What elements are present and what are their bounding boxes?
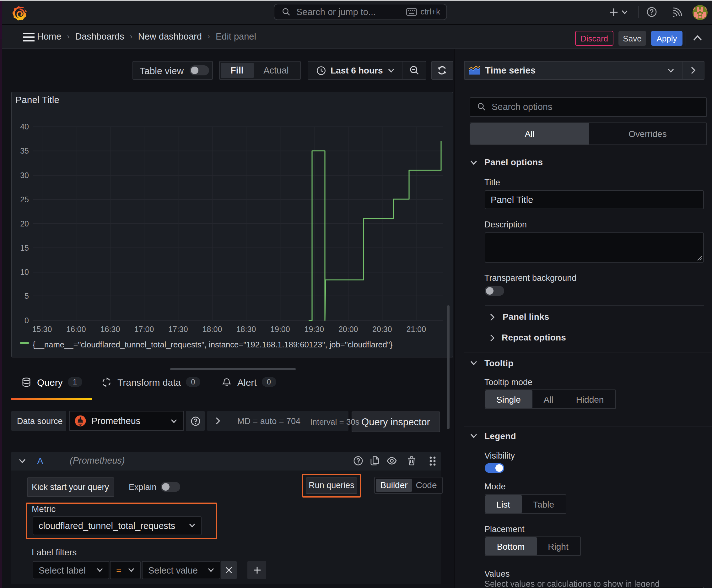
svg-text:16:30: 16:30 bbox=[101, 324, 120, 333]
svg-text:17:00: 17:00 bbox=[134, 324, 154, 333]
svg-text:16:00: 16:00 bbox=[66, 324, 86, 333]
svg-text:18:30: 18:30 bbox=[236, 324, 256, 333]
svg-text:18:00: 18:00 bbox=[202, 324, 222, 333]
svg-text:21:00: 21:00 bbox=[407, 324, 426, 333]
svg-text:40: 40 bbox=[20, 122, 29, 131]
svg-text:15:30: 15:30 bbox=[33, 324, 52, 333]
svg-text:20:30: 20:30 bbox=[372, 324, 392, 333]
svg-text:30: 30 bbox=[20, 171, 29, 180]
svg-text:5: 5 bbox=[24, 291, 29, 300]
svg-text:20:00: 20:00 bbox=[339, 324, 358, 333]
svg-text:19:00: 19:00 bbox=[270, 324, 290, 333]
svg-text:35: 35 bbox=[20, 146, 29, 155]
svg-text:17:30: 17:30 bbox=[168, 324, 188, 333]
svg-text:19:30: 19:30 bbox=[304, 324, 324, 333]
svg-text:15: 15 bbox=[20, 243, 29, 252]
svg-text:20: 20 bbox=[20, 219, 29, 228]
svg-text:10: 10 bbox=[20, 267, 29, 276]
svg-text:0: 0 bbox=[24, 316, 29, 324]
svg-text:25: 25 bbox=[20, 195, 29, 204]
